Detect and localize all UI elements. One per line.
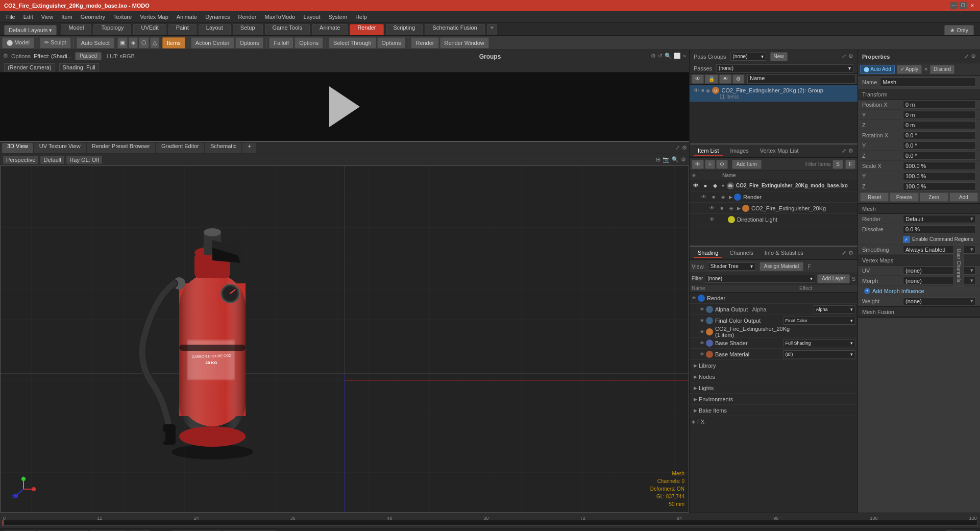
shading-s-btn[interactable]: S [852,276,855,282]
mesh-section-header[interactable]: Mesh [858,204,980,214]
tab-game-tools[interactable]: Game Tools [265,24,310,35]
tab-channels[interactable]: Channels [725,249,757,258]
groups-expand-icon[interactable]: ⤢ [842,53,846,60]
mesh-fusion-header[interactable]: Mesh Fusion [858,307,980,317]
sculpt-button[interactable]: ✏ Sculpt [40,37,71,49]
groups-vis-btn3[interactable]: 👁 [719,75,731,84]
lights-expand[interactable]: ▶ [694,385,697,391]
tab-images[interactable]: Images [726,147,753,156]
view-tab-uv[interactable]: UV Texture View [34,143,86,153]
tab-model[interactable]: Model [61,24,91,35]
transform-section-header[interactable]: Transform [858,89,980,100]
item-vis4[interactable]: 👁 [708,215,716,224]
groups-vis-btn4[interactable]: ⚙ [732,75,744,84]
scale-x-input[interactable] [905,163,973,169]
item-lock2[interactable]: ■ [709,193,718,201]
tab-topology[interactable]: Topology [93,24,131,35]
menu-item-file[interactable]: File [2,13,19,21]
menu-item-system[interactable]: System [324,13,351,21]
timeline-cursor[interactable] [3,520,4,525]
mode-btn4[interactable]: △ [150,37,159,49]
menu-item-render[interactable]: Render [234,13,260,21]
view-tab-add[interactable]: + [242,143,256,153]
item-render2[interactable]: ◈ [719,193,727,201]
item-row-co2[interactable]: 👁 ■ ◈ ▶ CO2_Fire_Extinguisher_20Kg [690,203,857,214]
tab-animate[interactable]: Animate [312,24,348,35]
shading-vis-alpha[interactable]: 👁 [700,307,704,312]
menu-item-item[interactable]: Item [57,13,76,21]
discard-button[interactable]: Discard [930,65,954,74]
falloff-button[interactable]: Falloff [269,37,293,49]
tab-add[interactable]: + [487,24,497,35]
model-button[interactable]: ⬤ Model [2,37,34,49]
shading-row-alpha[interactable]: 👁 Alpha Output Alpha Alpha▾ [690,304,857,315]
menu-item-vertex-map[interactable]: Vertex Map [136,13,173,21]
action-center-button[interactable]: Action Center [191,37,234,49]
position-x-value[interactable] [903,101,976,109]
view-tab-schematic[interactable]: Schematic [205,143,241,153]
material-effect-dropdown[interactable]: (all)▾ [783,350,856,358]
minimize-button[interactable]: — [950,2,958,9]
menu-item-help[interactable]: Help [351,13,371,21]
rotation-z-input[interactable] [905,153,973,159]
tab-layout[interactable]: Layout [199,24,231,35]
tab-scripting[interactable]: Scripting [386,24,423,35]
add-item-button[interactable]: Add Item [732,160,762,169]
library-expand[interactable]: ▶ [694,363,697,368]
perspective-label[interactable]: Perspective [3,156,38,164]
enable-cmd-checkbox[interactable] [903,236,910,243]
shading-vis-material[interactable]: 👁 [700,352,704,357]
layout-dropdown[interactable]: Default Layouts ▾ [4,25,57,35]
preview-content[interactable] [0,73,689,141]
nodes-expand[interactable]: ▶ [694,374,697,379]
rotation-y-value[interactable] [903,141,976,150]
preview-ctrl4[interactable]: ⬜ [674,53,681,59]
dissolve-value[interactable] [903,225,976,233]
viewport-3d[interactable]: CARBON DIOXIDE CO2 20 KG [0,165,689,513]
shading-row-library[interactable]: ▶ Library [690,360,857,371]
render-button[interactable]: Render [411,37,438,49]
item-row-light[interactable]: 👁 Directional Light [690,214,857,225]
scale-z-input[interactable] [905,183,973,189]
viewport-search-icon[interactable]: 🔍 [672,156,679,163]
position-z-input[interactable] [905,122,973,128]
default-label[interactable]: Default [40,156,64,164]
close-button[interactable]: ✕ [969,2,976,9]
item-vis3[interactable]: 👁 [708,204,716,212]
only-button[interactable]: ★ Only [944,25,974,35]
menu-item-dynamics[interactable]: Dynamics [201,13,234,21]
position-z-value[interactable] [903,121,976,129]
items-expand-icon[interactable]: ⤢ [842,148,846,154]
preview-ctrl1[interactable]: ⚙ [651,53,656,59]
select-through-button[interactable]: Select Through [329,37,376,49]
shading-vis-shader[interactable]: 👁 [700,341,704,346]
menu-item-geometry[interactable]: Geometry [77,13,109,21]
passes-dropdown[interactable]: (none)▾ [716,64,853,73]
shading-vis-final[interactable]: 👁 [700,318,704,323]
reset-button[interactable]: Reset [860,192,889,202]
item-vis2[interactable]: 👁 [700,193,708,201]
play-button[interactable] [329,86,360,127]
final-effect-dropdown[interactable]: Final Color▾ [783,317,856,325]
options-btn2[interactable]: Options [295,37,323,49]
envs-expand[interactable]: ▶ [694,397,697,402]
morph-dropdown[interactable]: (none)▾ [903,277,976,285]
pass-groups-dropdown[interactable]: (none)▾ [730,53,766,61]
scale-y-input[interactable] [905,173,973,179]
items-s-btn[interactable]: S [832,160,843,169]
dissolve-input[interactable] [905,226,973,232]
tab-item-list[interactable]: Item List [694,147,723,156]
item-expand3[interactable]: ▶ [737,206,741,211]
apply-button[interactable]: ✓ Apply [897,65,922,74]
add-transform-button[interactable]: Add [949,192,978,202]
menu-item-edit[interactable]: Edit [19,13,37,21]
shading-row-nodes[interactable]: ▶ Nodes [690,371,857,382]
viewport-camera-icon[interactable]: 📷 [663,156,670,163]
shading-row-lights[interactable]: ▶ Lights [690,382,857,394]
item-expand1[interactable]: ▼ [721,183,725,188]
item-lock3[interactable]: ■ [718,204,726,212]
tab-setup[interactable]: Setup [233,24,263,35]
view-tab-render-preset[interactable]: Render Preset Browser [87,143,155,153]
preview-paused-button[interactable]: Paused [75,52,102,60]
rotation-x-value[interactable] [903,131,976,139]
